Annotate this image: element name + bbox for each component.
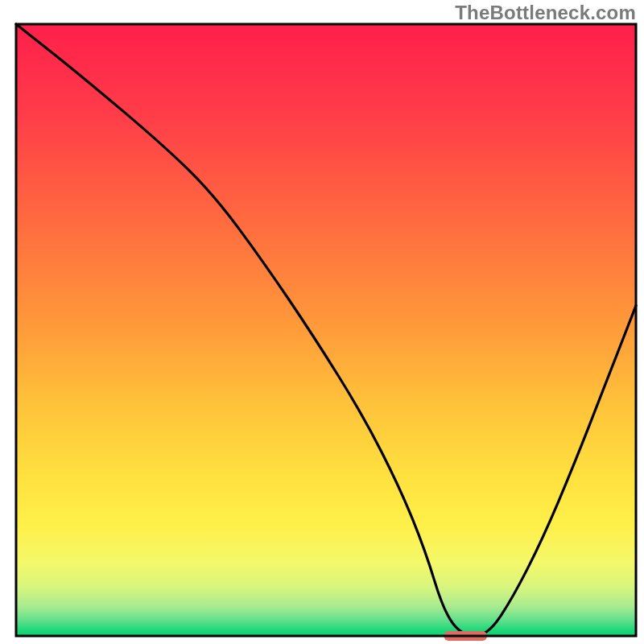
- plot-area: [16, 24, 636, 641]
- watermark-text: TheBottleneck.com: [455, 2, 636, 24]
- chart-stage: TheBottleneck.com: [0, 0, 644, 644]
- gradient-background: [16, 24, 636, 636]
- bottleneck-chart: [0, 0, 644, 644]
